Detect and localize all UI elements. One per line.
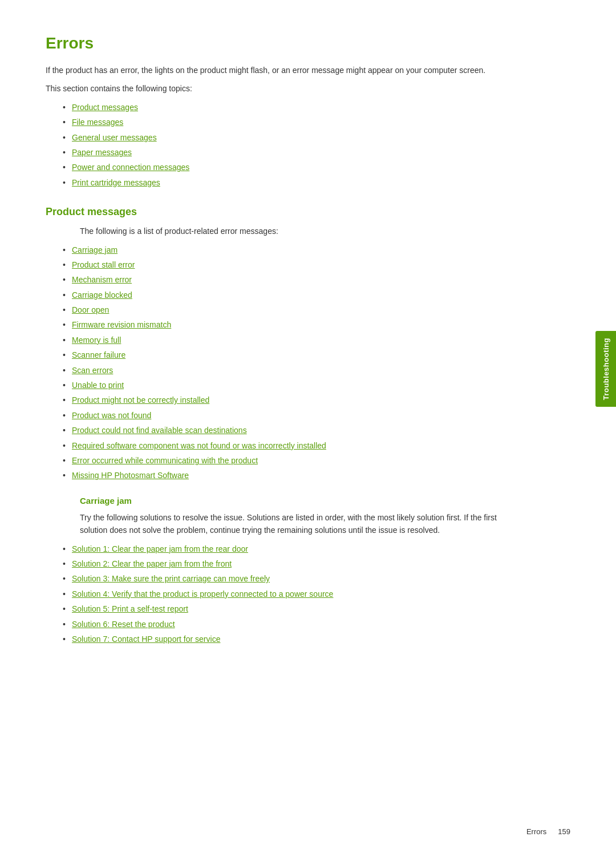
link-memory-is-full[interactable]: Memory is full bbox=[72, 335, 121, 345]
footer-page-number: 159 bbox=[558, 827, 570, 836]
list-item: Product stall error bbox=[63, 258, 525, 271]
list-item: Print cartridge messages bbox=[63, 176, 525, 189]
list-item: Solution 3: Make sure the print carriage… bbox=[63, 572, 525, 585]
link-missing-hp-photosmart-software[interactable]: Missing HP Photosmart Software bbox=[72, 471, 189, 480]
list-item: Unable to print bbox=[63, 379, 525, 391]
page-footer: Errors 159 bbox=[526, 827, 570, 836]
list-item: Required software component was not foun… bbox=[63, 439, 525, 452]
list-item: Missing HP Photosmart Software bbox=[63, 469, 525, 482]
list-item: Carriage blocked bbox=[63, 289, 525, 301]
list-item: Power and connection messages bbox=[63, 161, 525, 173]
list-item: Paper messages bbox=[63, 146, 525, 159]
list-item: File messages bbox=[63, 116, 525, 128]
list-item: Scan errors bbox=[63, 364, 525, 377]
product-messages-list: Carriage jam Product stall error Mechani… bbox=[63, 244, 525, 482]
product-messages-heading: Product messages bbox=[46, 206, 525, 218]
list-item: Error occurred while communicating with … bbox=[63, 454, 525, 467]
link-solution-5[interactable]: Solution 5: Print a self-test report bbox=[72, 604, 188, 613]
topics-list: Product messages File messages General u… bbox=[63, 101, 525, 189]
link-product-might-not-be-correctly-installed[interactable]: Product might not be correctly installed bbox=[72, 395, 209, 405]
list-item: Product messages bbox=[63, 101, 525, 114]
link-required-software-component[interactable]: Required software component was not foun… bbox=[72, 441, 326, 450]
link-solution-4[interactable]: Solution 4: Verify that the product is p… bbox=[72, 589, 333, 599]
carriage-jam-body: Try the following solutions to resolve t… bbox=[80, 511, 525, 537]
list-item: Solution 5: Print a self-test report bbox=[63, 603, 525, 615]
link-scanner-failure[interactable]: Scanner failure bbox=[72, 350, 125, 359]
link-product-could-not-find-scan-destinations[interactable]: Product could not find available scan de… bbox=[72, 426, 247, 435]
list-item: Scanner failure bbox=[63, 349, 525, 361]
topics-link-general-user-messages[interactable]: General user messages bbox=[72, 133, 157, 142]
carriage-jam-heading: Carriage jam bbox=[80, 496, 525, 506]
carriage-jam-solutions-list: Solution 1: Clear the paper jam from the… bbox=[63, 543, 525, 646]
list-item: Product could not find available scan de… bbox=[63, 424, 525, 436]
topics-link-print-cartridge-messages[interactable]: Print cartridge messages bbox=[72, 178, 160, 187]
link-error-occurred-communicating[interactable]: Error occurred while communicating with … bbox=[72, 456, 258, 465]
topics-intro: This section contains the following topi… bbox=[46, 82, 525, 95]
topics-link-power-connection-messages[interactable]: Power and connection messages bbox=[72, 163, 189, 172]
side-tab-label: Troubleshooting bbox=[602, 338, 610, 400]
list-item: Firmware revision mismatch bbox=[63, 318, 525, 331]
list-item: Solution 2: Clear the paper jam from the… bbox=[63, 557, 525, 570]
link-scan-errors[interactable]: Scan errors bbox=[72, 366, 113, 375]
link-mechanism-error[interactable]: Mechanism error bbox=[72, 275, 132, 284]
link-unable-to-print[interactable]: Unable to print bbox=[72, 381, 124, 390]
link-solution-6[interactable]: Solution 6: Reset the product bbox=[72, 620, 175, 629]
link-product-stall-error[interactable]: Product stall error bbox=[72, 260, 135, 269]
link-door-open[interactable]: Door open bbox=[72, 305, 109, 314]
link-firmware-revision-mismatch[interactable]: Firmware revision mismatch bbox=[72, 320, 171, 329]
topics-link-paper-messages[interactable]: Paper messages bbox=[72, 148, 132, 157]
topics-link-product-messages[interactable]: Product messages bbox=[72, 103, 138, 112]
link-solution-7[interactable]: Solution 7: Contact HP support for servi… bbox=[72, 634, 220, 644]
topics-link-file-messages[interactable]: File messages bbox=[72, 118, 123, 127]
page-title: Errors bbox=[46, 34, 525, 52]
list-item: Carriage jam bbox=[63, 244, 525, 256]
list-item: General user messages bbox=[63, 131, 525, 144]
list-item: Mechanism error bbox=[63, 273, 525, 286]
intro-paragraph-1: If the product has an error, the lights … bbox=[46, 64, 525, 76]
link-carriage-blocked[interactable]: Carriage blocked bbox=[72, 290, 132, 300]
link-solution-2[interactable]: Solution 2: Clear the paper jam from the… bbox=[72, 559, 232, 568]
link-solution-1[interactable]: Solution 1: Clear the paper jam from the… bbox=[72, 544, 248, 553]
link-carriage-jam[interactable]: Carriage jam bbox=[72, 245, 117, 254]
link-solution-3[interactable]: Solution 3: Make sure the print carriage… bbox=[72, 574, 270, 583]
product-messages-intro: The following is a list of product-relat… bbox=[80, 225, 525, 237]
list-item: Door open bbox=[63, 304, 525, 316]
list-item: Solution 4: Verify that the product is p… bbox=[63, 588, 525, 600]
list-item: Solution 7: Contact HP support for servi… bbox=[63, 633, 525, 645]
link-product-was-not-found[interactable]: Product was not found bbox=[72, 411, 151, 420]
footer-section-name: Errors bbox=[526, 827, 546, 836]
list-item: Solution 6: Reset the product bbox=[63, 618, 525, 630]
list-item: Memory is full bbox=[63, 334, 525, 346]
list-item: Product might not be correctly installed bbox=[63, 394, 525, 406]
side-tab-troubleshooting: Troubleshooting bbox=[595, 331, 616, 407]
list-item: Solution 1: Clear the paper jam from the… bbox=[63, 543, 525, 555]
list-item: Product was not found bbox=[63, 409, 525, 422]
